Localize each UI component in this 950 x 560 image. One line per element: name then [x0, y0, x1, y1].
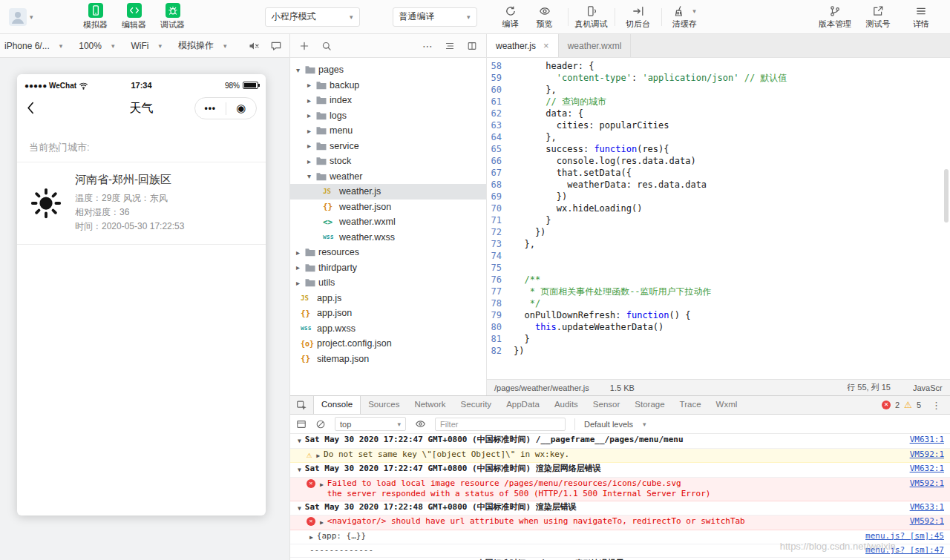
caret-right-icon[interactable]: ▸: [307, 81, 316, 89]
caret-right-icon[interactable]: ▸: [307, 142, 316, 150]
add-file-icon[interactable]: [299, 41, 309, 51]
debugger-toggle-button[interactable]: 调试器: [158, 3, 188, 30]
console-message-warning[interactable]: ⚠▶Do not set same key \"[object Object]\…: [290, 449, 950, 464]
code-area[interactable]: 58 header: {59 'content-type': 'applicat…: [487, 58, 950, 379]
console-message-error[interactable]: ✕▶Failed to load local image resource /p…: [290, 478, 950, 501]
caret-right-icon[interactable]: ▸: [307, 157, 316, 165]
console-source-link[interactable]: VM631:1: [900, 435, 944, 446]
kebab-menu-icon[interactable]: ⋮: [931, 400, 941, 411]
simulate-action-dropdown[interactable]: 模拟操作▾: [178, 39, 227, 52]
tree-folder-thirdparty[interactable]: ▸thirdparty: [290, 260, 486, 276]
split-editor-icon[interactable]: [467, 41, 477, 51]
tree-file-weather.js[interactable]: JSweather.js: [290, 184, 486, 200]
close-icon[interactable]: ×: [543, 40, 549, 51]
device-dropdown[interactable]: iPhone 6/...▾: [4, 41, 62, 51]
real-device-debug-button[interactable]: 真机调试: [574, 4, 609, 30]
triangle-right-icon[interactable]: ▶: [320, 478, 324, 491]
tree-file-weather.wxss[interactable]: wssweather.wxss: [290, 230, 486, 246]
console-message-log[interactable]: -------------menu.js? [sm]:47: [290, 544, 950, 558]
compile-mode-dropdown[interactable]: 普通编译 ▾: [393, 7, 477, 27]
console-tab-sources[interactable]: Sources: [361, 396, 407, 414]
console-source-link[interactable]: menu.js? [sm]:45: [855, 531, 944, 542]
tree-file-app.json[interactable]: {}app.json: [290, 306, 486, 321]
console-source-link[interactable]: VM592:1: [900, 449, 944, 461]
more-actions-icon[interactable]: ⋯: [422, 41, 433, 51]
language-mode[interactable]: JavaScr: [913, 383, 950, 392]
triangle-down-icon[interactable]: ▼: [298, 464, 301, 476]
editor-tab-weather.js[interactable]: weather.js×: [487, 34, 559, 57]
compile-button[interactable]: 编译: [494, 4, 528, 30]
inspect-element-icon[interactable]: [296, 400, 307, 411]
console-drawer-icon[interactable]: [296, 419, 307, 429]
console-tab-security[interactable]: Security: [453, 396, 499, 414]
console-tab-console[interactable]: Console: [313, 396, 361, 414]
tree-folder-menu[interactable]: ▸menu: [290, 123, 486, 139]
editor-toggle-button[interactable]: 编辑器: [119, 3, 149, 30]
caret-right-icon[interactable]: ▸: [296, 279, 305, 287]
collapse-folders-icon[interactable]: [445, 41, 455, 51]
preview-button[interactable]: 预览: [528, 4, 562, 30]
triangle-right-icon[interactable]: ▶: [316, 449, 320, 462]
simulator-toggle-button[interactable]: 模拟器: [81, 3, 111, 30]
mode-dropdown[interactable]: 小程序模式 ▾: [265, 7, 360, 27]
tree-folder-index[interactable]: ▸index: [290, 93, 486, 108]
caret-down-icon[interactable]: ▾: [307, 172, 316, 180]
console-message-group[interactable]: ▼Sat May 30 2020 17:22:47 GMT+0800 (中国标准…: [290, 463, 950, 478]
caret-right-icon[interactable]: ▸: [307, 111, 316, 119]
console-filter-input[interactable]: [435, 418, 566, 431]
caret-right-icon[interactable]: ▸: [307, 96, 316, 105]
console-tab-storage[interactable]: Storage: [627, 396, 672, 414]
console-tab-audits[interactable]: Audits: [547, 396, 586, 414]
tree-file-weather.wxml[interactable]: <>weather.wxml: [290, 214, 486, 230]
console-message-error[interactable]: ✕▶<navigator/> should have url attribute…: [290, 515, 950, 530]
switch-background-button[interactable]: 切后台: [621, 4, 655, 30]
console-tab-sensor[interactable]: Sensor: [586, 396, 627, 414]
message-icon[interactable]: [270, 40, 282, 52]
weather-card[interactable]: 河南省-郑州-回族区 温度：29度 风况：东风 相对湿度：36 时间：2020-…: [17, 162, 266, 245]
tree-folder-logs[interactable]: ▸logs: [290, 108, 486, 124]
account-menu[interactable]: ▾: [9, 8, 33, 26]
editor-scrollbar[interactable]: [944, 169, 949, 223]
console-source-link[interactable]: VM632:1: [900, 464, 944, 475]
log-levels-dropdown[interactable]: Default levels ▾: [584, 420, 646, 429]
console-source-link[interactable]: menu.js? [sm]:47: [855, 545, 944, 556]
triangle-right-icon[interactable]: ▶: [320, 516, 324, 529]
tree-folder-backup[interactable]: ▸backup: [290, 78, 486, 93]
tree-folder-pages[interactable]: ▾pages: [290, 62, 486, 78]
zoom-dropdown[interactable]: 100%▾: [79, 41, 114, 51]
tree-folder-stock[interactable]: ▸stock: [290, 154, 486, 169]
network-dropdown[interactable]: WiFi▾: [131, 41, 162, 51]
context-dropdown[interactable]: top ▾: [335, 417, 406, 431]
console-source-link[interactable]: VM633:1: [900, 502, 944, 513]
more-button[interactable]: •••: [195, 103, 226, 113]
back-button[interactable]: [26, 101, 35, 115]
tree-folder-resources[interactable]: ▸resources: [290, 245, 486, 260]
console-tab-network[interactable]: Network: [407, 396, 453, 414]
tree-file-weather.json[interactable]: {}weather.json: [290, 200, 486, 215]
mute-icon[interactable]: [248, 40, 260, 52]
test-account-button[interactable]: 测试号: [861, 4, 895, 30]
console-tab-appdata[interactable]: AppData: [499, 396, 547, 414]
editor-tab-weather.wxml[interactable]: weather.wxml: [559, 34, 632, 57]
triangle-down-icon[interactable]: ▼: [298, 502, 301, 515]
triangle-right-icon[interactable]: ▶: [309, 531, 313, 544]
console-source-link[interactable]: VM592:1: [900, 516, 944, 527]
tree-folder-utils[interactable]: ▸utils: [290, 275, 486, 291]
console-source-link[interactable]: VM592:1: [900, 478, 944, 490]
console-message-group[interactable]: ▼Sat May 30 2020 17:22:48 GMT+0800 (中国标准…: [290, 558, 950, 560]
live-expression-eye-icon[interactable]: [415, 418, 426, 429]
clear-cache-button[interactable]: ▾ 清缓存: [668, 4, 702, 30]
tree-file-sitemap.json[interactable]: {}sitemap.json: [290, 352, 486, 367]
console-tab-trace[interactable]: Trace: [672, 396, 709, 414]
tree-folder-weather[interactable]: ▾weather: [290, 169, 486, 185]
console-message-group[interactable]: ▼Sat May 30 2020 17:22:47 GMT+0800 (中国标准…: [290, 434, 950, 449]
caret-down-icon[interactable]: ▾: [296, 66, 305, 74]
triangle-down-icon[interactable]: ▼: [298, 435, 301, 447]
cursor-position[interactable]: 行 55, 列 15: [847, 382, 891, 393]
caret-right-icon[interactable]: ▸: [307, 127, 316, 135]
console-message-object[interactable]: ▶{app: {…}}menu.js? [sm]:45: [290, 530, 950, 545]
tree-file-app.wxss[interactable]: wssapp.wxss: [290, 321, 486, 337]
caret-right-icon[interactable]: ▸: [296, 248, 305, 257]
console-tab-wxml[interactable]: Wxml: [709, 396, 745, 414]
search-icon[interactable]: [321, 41, 332, 51]
